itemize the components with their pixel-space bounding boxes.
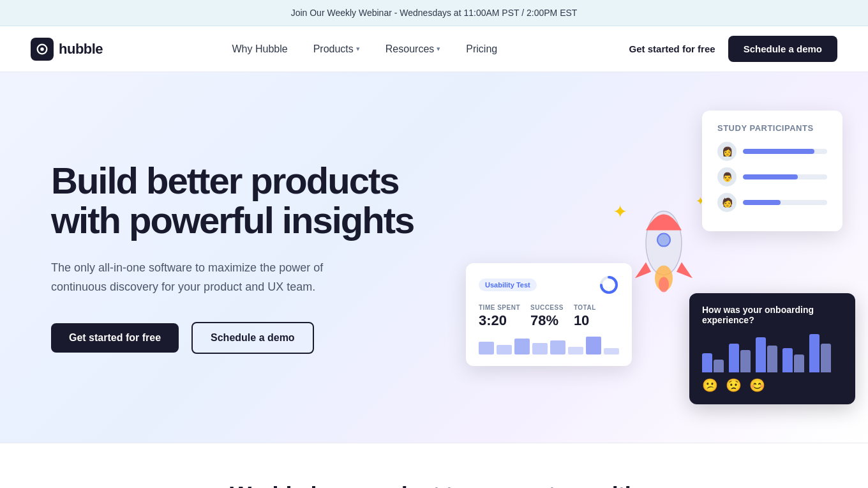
nav-item-resources[interactable]: Resources ▾ bbox=[375, 38, 451, 60]
survey-bar-3b bbox=[767, 346, 777, 372]
usability-mini-bars bbox=[479, 335, 619, 355]
survey-bar-5b bbox=[821, 344, 831, 372]
nav-actions: Get started for free Schedule a demo bbox=[627, 36, 837, 62]
survey-bar-2a bbox=[729, 344, 739, 372]
svg-text:✦: ✦ bbox=[613, 202, 627, 222]
participant-row-2: 👨 bbox=[717, 167, 827, 187]
hero-illustration: ✦ ✦ ✦ Study Participants 👩 bbox=[460, 98, 868, 417]
participant-row-3: 🧑 bbox=[717, 193, 827, 212]
bottom-title: World-class product teams partner with H… bbox=[211, 482, 657, 488]
survey-bar-group-1 bbox=[702, 353, 724, 372]
mini-bar-3 bbox=[514, 339, 530, 355]
survey-bar-group-5 bbox=[809, 334, 831, 372]
stat-time-spent: Time Spent 3:20 bbox=[479, 304, 520, 329]
mini-bar-5 bbox=[550, 340, 565, 355]
nav-item-why-hubble[interactable]: Why Hubble bbox=[222, 38, 298, 60]
logo-svg bbox=[35, 42, 49, 56]
hero-schedule-demo-button[interactable]: Schedule a demo bbox=[191, 322, 314, 354]
bottom-section: World-class product teams partner with H… bbox=[0, 443, 868, 488]
nav-item-pricing[interactable]: Pricing bbox=[456, 38, 507, 60]
participant-row-1: 👩 bbox=[717, 142, 827, 161]
mini-bar-6 bbox=[568, 347, 583, 355]
progress-bar-1 bbox=[743, 149, 827, 154]
survey-bar-4a bbox=[782, 348, 793, 372]
survey-bar-1a bbox=[702, 353, 712, 372]
progress-fill-3 bbox=[743, 200, 781, 205]
survey-card: How was your onboarding experience? bbox=[689, 293, 855, 404]
stat-total: Total 10 bbox=[574, 304, 596, 329]
svg-point-1 bbox=[40, 47, 44, 51]
study-participants-title: Study Participants bbox=[717, 123, 827, 133]
survey-bar-group-3 bbox=[756, 337, 777, 372]
chevron-down-icon: ▾ bbox=[356, 45, 360, 53]
mini-bar-1 bbox=[479, 342, 494, 355]
schedule-demo-button[interactable]: Schedule a demo bbox=[728, 36, 837, 62]
emoji-confused: 😕 bbox=[702, 377, 718, 393]
usability-header: Usability Test bbox=[479, 275, 619, 295]
survey-bar-2b bbox=[740, 350, 751, 372]
emoji-happy: 😊 bbox=[749, 377, 765, 393]
logo[interactable]: hubble bbox=[31, 38, 103, 61]
navbar: hubble Why Hubble Products ▾ Resources ▾… bbox=[0, 26, 868, 72]
mini-bar-4 bbox=[532, 343, 548, 355]
study-participants-card: Study Participants 👩 👨 🧑 bbox=[702, 111, 842, 231]
hero-get-started-button[interactable]: Get started for free bbox=[51, 323, 179, 353]
announcement-text: Join Our Weekly Webinar - Wednesdays at … bbox=[291, 8, 578, 18]
survey-title: How was your onboarding experience? bbox=[702, 305, 842, 325]
hero-cta: Get started for free Schedule a demo bbox=[51, 322, 414, 354]
avatar-2: 👨 bbox=[717, 167, 737, 187]
progress-fill-1 bbox=[743, 149, 814, 154]
progress-bar-3 bbox=[743, 200, 827, 205]
hero-title: Build better products with powerful insi… bbox=[51, 161, 414, 241]
avatar-3: 🧑 bbox=[717, 193, 737, 212]
usability-tag: Usability Test bbox=[479, 278, 537, 291]
survey-bar-group-2 bbox=[729, 344, 751, 372]
survey-bars bbox=[702, 334, 842, 372]
nav-links: Why Hubble Products ▾ Resources ▾ Pricin… bbox=[222, 38, 508, 60]
emoji-sad: 😟 bbox=[726, 377, 742, 393]
chevron-down-icon: ▾ bbox=[437, 45, 440, 53]
mini-bar-8 bbox=[604, 348, 619, 355]
mini-bar-7 bbox=[586, 337, 601, 355]
usability-test-card: Usability Test Time Spent 3:20 Success 7… bbox=[466, 263, 632, 366]
avatar-1: 👩 bbox=[717, 142, 737, 161]
stats-row: Time Spent 3:20 Success 78% Total 10 bbox=[479, 304, 619, 329]
svg-point-6 bbox=[657, 234, 670, 247]
hero-subtitle: The only all-in-one software to maximize… bbox=[51, 259, 357, 296]
survey-bar-4b bbox=[794, 355, 804, 372]
announcement-bar: Join Our Weekly Webinar - Wednesdays at … bbox=[0, 0, 868, 26]
survey-bar-3a bbox=[756, 337, 766, 372]
survey-bar-5a bbox=[809, 334, 819, 372]
survey-bar-1b bbox=[714, 360, 724, 372]
get-started-button[interactable]: Get started for free bbox=[627, 38, 718, 59]
hero-section: Build better products with powerful insi… bbox=[0, 72, 868, 443]
logo-text: hubble bbox=[59, 41, 103, 57]
progress-ring bbox=[599, 275, 619, 295]
stat-success: Success 78% bbox=[530, 304, 564, 329]
emoji-reactions: 😕 😟 😊 bbox=[702, 377, 842, 393]
hero-content: Build better products with powerful insi… bbox=[51, 161, 414, 355]
progress-bar-2 bbox=[743, 174, 827, 179]
logo-icon bbox=[31, 38, 54, 61]
svg-point-8 bbox=[659, 277, 669, 293]
progress-fill-2 bbox=[743, 174, 798, 179]
survey-bar-group-4 bbox=[782, 348, 804, 372]
nav-item-products[interactable]: Products ▾ bbox=[303, 38, 370, 60]
mini-bar-2 bbox=[497, 345, 512, 355]
